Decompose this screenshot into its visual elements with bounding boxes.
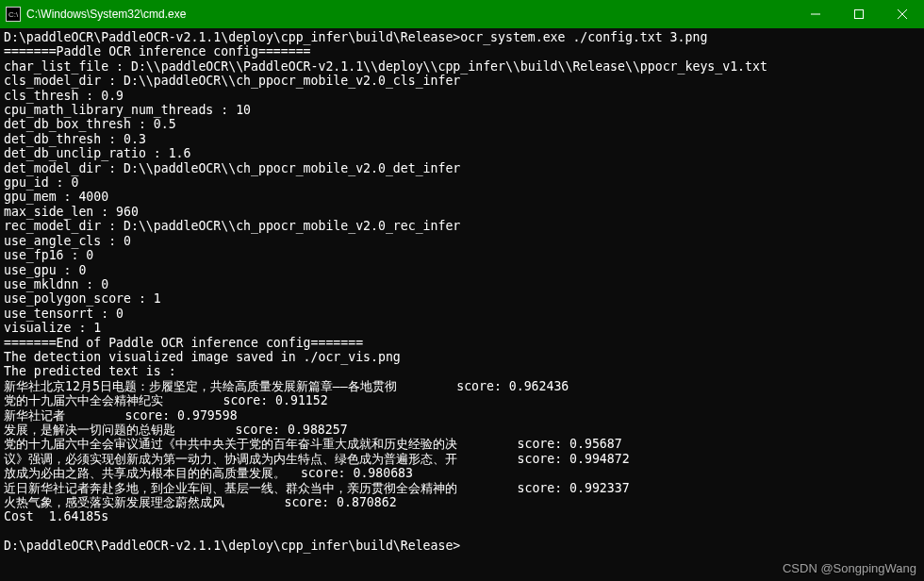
prompt-line: D:\paddleOCR\PaddleOCR-v2.1.1\deploy\cpp… [4,30,460,44]
cmd-icon: C:\ [6,7,21,22]
prompt-line: D:\paddleOCR\PaddleOCR-v2.1.1\deploy\cpp… [4,539,460,553]
close-button[interactable] [881,0,924,28]
minimize-button[interactable] [794,0,837,28]
watermark: CSDN @SongpingWang [783,561,916,575]
window-controls [794,0,924,28]
window-title: C:\Windows\System32\cmd.exe [26,8,794,21]
titlebar: C:\ C:\Windows\System32\cmd.exe [0,0,924,28]
maximize-button[interactable] [837,0,881,28]
terminal-output[interactable]: D:\paddleOCR\PaddleOCR-v2.1.1\deploy\cpp… [0,28,924,581]
command-text: ocr_system.exe ./config.txt 3.png [460,30,707,44]
svg-rect-1 [855,10,864,19]
terminal-body: =======Paddle OCR inference config======… [4,44,767,523]
